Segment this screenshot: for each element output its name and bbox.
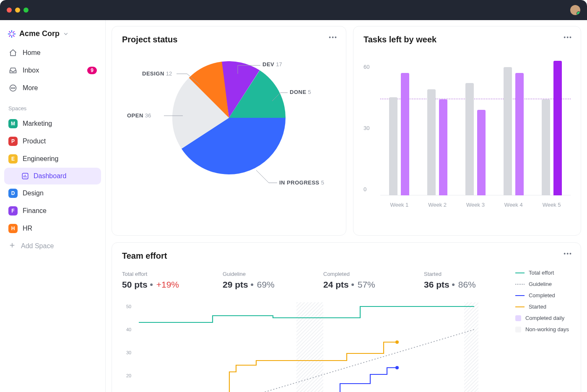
home-icon	[8, 48, 18, 57]
window-controls	[7, 8, 29, 13]
space-icon: F	[8, 206, 18, 215]
space-icon: E	[8, 154, 18, 164]
stat-value: 36 pts	[424, 280, 449, 289]
nav-home[interactable]: Home	[4, 44, 101, 62]
bar	[504, 67, 512, 195]
card-more-button[interactable]: •••	[329, 34, 338, 41]
stat-pct: 57%	[358, 280, 375, 289]
workspace-switcher[interactable]: Acme Corp	[4, 25, 101, 44]
dashboard-label: Dashboard	[34, 172, 66, 180]
chevron-down-icon	[63, 31, 69, 37]
stat-pct: 86%	[458, 280, 476, 289]
space-label: HR	[23, 225, 32, 232]
svg-line-7	[9, 35, 10, 36]
space-finance[interactable]: F Finance	[4, 202, 101, 220]
y-tick: 30	[364, 125, 369, 131]
sidebar: Acme Corp Home Inbox 9 More Spaces M Mar…	[0, 20, 106, 392]
more-icon	[8, 83, 18, 93]
pie-label-design: DESIGN12	[142, 70, 172, 77]
legend-completed-daily: Completed daily	[515, 315, 569, 321]
x-labels: Week 1 Week 2 Week 3 Week 4 Week 5	[380, 202, 571, 208]
space-label: Engineering	[23, 155, 58, 163]
bar	[465, 83, 474, 195]
y-tick: 30	[126, 350, 131, 355]
space-design[interactable]: D Design	[4, 184, 101, 202]
x-label: Week 3	[466, 202, 485, 208]
svg-line-4	[9, 31, 10, 33]
stat-delta: +19%	[156, 280, 179, 289]
minimize-window-icon[interactable]	[15, 8, 20, 13]
nav-inbox-label: Inbox	[23, 67, 39, 74]
legend-total: Total effort	[515, 270, 569, 276]
svg-point-10	[13, 88, 13, 88]
space-icon: M	[8, 119, 18, 128]
bar-chart: 0 30 60 Week 1 Week 2 Week 3 Week 4	[364, 53, 571, 212]
line-completed	[273, 368, 397, 392]
bar-group	[465, 83, 486, 195]
bar	[427, 89, 436, 195]
bar	[515, 73, 524, 195]
space-icon: D	[8, 189, 18, 198]
space-label: Design	[23, 190, 44, 197]
space-hr[interactable]: H HR	[4, 220, 101, 237]
nav-inbox[interactable]: Inbox 9	[4, 62, 101, 79]
space-product[interactable]: P Product	[4, 132, 101, 150]
pie-label-open: OPEN36	[127, 112, 151, 119]
bar-group	[542, 61, 562, 195]
svg-point-11	[14, 88, 15, 88]
space-icon: H	[8, 224, 18, 233]
y-tick: 50	[126, 304, 131, 309]
x-label: Week 4	[504, 202, 523, 208]
add-space-button[interactable]: Add Space	[4, 237, 101, 255]
legend: Total effort Guideline Completed Started…	[515, 270, 569, 332]
stat-completed: Completed 24 pts • 57%	[323, 269, 424, 291]
line-chart: 50 40 30 20	[126, 302, 478, 392]
plus-icon	[8, 241, 16, 251]
card-more-button[interactable]: •••	[564, 250, 572, 257]
pie-label-done: DONE5	[290, 89, 311, 95]
y-tick: 20	[126, 373, 131, 378]
space-icon: P	[8, 137, 18, 146]
nav-more[interactable]: More	[4, 79, 101, 97]
nav-home-label: Home	[23, 49, 41, 57]
workspace-logo-icon	[8, 30, 16, 38]
card-tasks-left: Tasks left by week ••• 0 30 60 Week 1 We…	[353, 26, 581, 236]
card-project-status: Project status ••• DEV	[112, 26, 346, 236]
bar	[401, 73, 409, 195]
svg-line-6	[13, 31, 14, 33]
close-window-icon[interactable]	[7, 8, 12, 13]
inbox-icon	[8, 66, 18, 75]
dot-started	[395, 340, 399, 344]
bar-groups	[380, 53, 571, 195]
add-space-label: Add Space	[21, 242, 54, 250]
x-label: Week 1	[390, 202, 408, 208]
card-title: Tasks left by week	[364, 35, 571, 44]
space-label: Finance	[23, 207, 47, 215]
card-team-effort: Team effort ••• Total effort 50 pts • +1…	[112, 242, 581, 392]
space-engineering[interactable]: E Engineering	[4, 150, 101, 168]
svg-line-5	[13, 35, 14, 36]
bar	[553, 61, 562, 195]
stat-started: Started 36 pts • 86%	[424, 269, 525, 291]
dot-completed	[395, 366, 399, 369]
space-marketing[interactable]: M Marketing	[4, 115, 101, 132]
space-label: Product	[23, 138, 46, 145]
nav-more-label: More	[23, 84, 38, 92]
sidebar-item-dashboard[interactable]: Dashboard	[4, 168, 101, 184]
avatar[interactable]	[570, 5, 580, 15]
y-tick: 0	[364, 186, 366, 192]
stat-label: Total effort	[122, 271, 223, 277]
bar	[439, 99, 447, 195]
pie-leaders	[122, 61, 340, 212]
stat-label: Guideline	[223, 271, 323, 277]
space-label: Marketing	[23, 120, 52, 127]
maximize-window-icon[interactable]	[23, 8, 29, 13]
nonworking-band	[464, 302, 478, 392]
card-more-button[interactable]: •••	[564, 34, 572, 41]
legend-nonworking: Non-working days	[515, 326, 569, 332]
card-title: Project status	[122, 35, 336, 44]
stat-total-effort: Total effort 50 pts • +19%	[122, 269, 223, 291]
bar	[542, 99, 550, 195]
titlebar	[0, 0, 587, 20]
pie-label-dev: DEV17	[262, 61, 282, 67]
